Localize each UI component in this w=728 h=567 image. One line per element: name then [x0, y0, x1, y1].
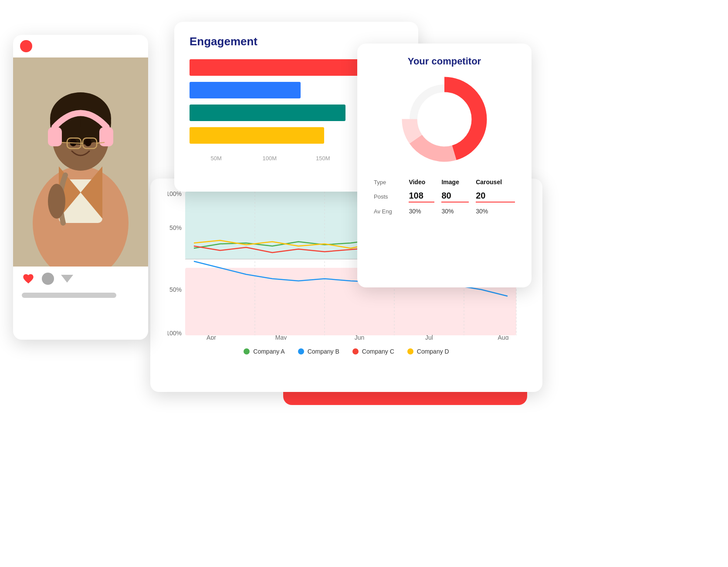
axis-100m: 100M [243, 155, 297, 162]
video-header: Video [405, 176, 438, 188]
legend-dot-red [352, 348, 359, 354]
comment-bar [22, 293, 116, 298]
svg-text:Aug: Aug [498, 334, 509, 340]
bar-blue [190, 82, 301, 98]
legend-company-b: Company B [298, 348, 339, 355]
svg-rect-9 [48, 127, 62, 146]
svg-text:100%: 100% [168, 330, 182, 337]
share-icon[interactable] [61, 275, 73, 283]
image-header: Image [438, 176, 472, 188]
aveng-carousel-val: 30% [472, 205, 518, 217]
red-underline-video [409, 202, 434, 202]
svg-text:May: May [275, 334, 287, 340]
svg-text:Jun: Jun [355, 334, 365, 340]
svg-text:100%: 100% [168, 192, 182, 197]
chart-legend: Company A Company B Company C Company D [168, 348, 525, 355]
svg-text:50%: 50% [169, 224, 182, 231]
posts-carousel-val: 20 [472, 188, 518, 205]
posts-row: Posts 108 80 20 [370, 188, 518, 205]
social-card [13, 35, 148, 340]
legend-label-c: Company C [362, 348, 394, 355]
bar-yellow [190, 127, 324, 144]
bar-red [190, 59, 365, 76]
record-dot [20, 40, 32, 52]
svg-text:Apr: Apr [207, 334, 216, 340]
scene: Engagement 50M 100M 150M 200M Your compe… [0, 0, 728, 567]
posts-image-val: 80 [438, 188, 472, 205]
social-card-image [13, 57, 148, 267]
bar-teal [190, 105, 345, 121]
svg-text:50%: 50% [169, 286, 182, 293]
legend-dot-blue [298, 348, 304, 354]
svg-point-12 [85, 138, 91, 146]
svg-point-19 [48, 184, 65, 219]
axis-150m: 150M [296, 155, 350, 162]
competitor-table: Type Video Image Carousel Posts 108 80 [370, 176, 518, 217]
legend-company-a: Company A [244, 348, 284, 355]
legend-company-d: Company D [407, 348, 449, 355]
person-illustration [13, 57, 148, 267]
svg-rect-10 [99, 127, 113, 146]
posts-video-val: 108 [405, 188, 438, 205]
social-card-actions [13, 267, 148, 291]
red-underline-image [441, 202, 469, 202]
axis-50m: 50M [190, 155, 243, 162]
competitor-card: Your competitor Type Video [357, 44, 532, 287]
donut-container [370, 76, 518, 163]
legend-label-b: Company B [308, 348, 339, 355]
legend-company-c: Company C [352, 348, 394, 355]
red-underline-carousel [476, 202, 515, 202]
donut-chart [401, 76, 488, 163]
legend-dot-yellow [407, 348, 413, 354]
posts-label: Posts [370, 188, 405, 205]
carousel-header: Carousel [472, 176, 518, 188]
legend-label-d: Company D [417, 348, 449, 355]
comment-icon[interactable] [42, 273, 54, 285]
heart-icon[interactable] [22, 273, 35, 285]
aveng-video-val: 30% [405, 205, 438, 217]
aveng-row: Av Eng 30% 30% 30% [370, 205, 518, 217]
social-card-header [13, 35, 148, 57]
svg-text:Jul: Jul [425, 334, 433, 340]
svg-point-24 [417, 92, 471, 146]
legend-dot-green [244, 348, 250, 354]
type-label: Type [370, 176, 405, 188]
legend-label-a: Company A [253, 348, 284, 355]
aveng-image-val: 30% [438, 205, 472, 217]
competitor-title: Your competitor [370, 56, 518, 67]
aveng-label: Av Eng [370, 205, 405, 217]
